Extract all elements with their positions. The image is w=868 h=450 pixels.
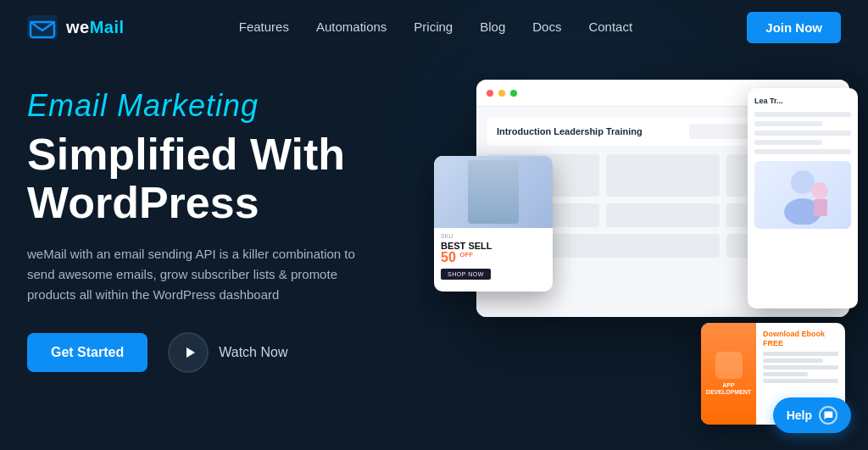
navbar: weMail Features Automations Pricing Blog…	[0, 0, 868, 54]
hero-title: Simplified With WordPress	[27, 131, 442, 227]
browser-block-2	[606, 154, 719, 197]
get-started-button[interactable]: Get Started	[27, 333, 147, 372]
right-panel-image	[754, 161, 851, 229]
hero-section: Email Marketing Simplified With WordPres…	[0, 54, 868, 450]
ebook-line-5	[763, 379, 838, 383]
hero-right: Introduction Leadership Training	[442, 71, 841, 450]
chat-bubble-icon	[823, 410, 833, 420]
ebook-line-3	[763, 365, 838, 369]
chat-icon	[819, 406, 837, 425]
svg-marker-2	[186, 347, 195, 358]
ebook-line-4	[763, 372, 808, 376]
right-panel-illustration	[773, 165, 832, 225]
right-panel-line-3	[754, 131, 851, 136]
hero-description: weMail with an email sending API is a ki…	[27, 244, 366, 305]
product-person-figure	[468, 160, 519, 224]
ebook-app-text: APP DEVELOPMENT	[706, 382, 751, 397]
nav-pricing[interactable]: Pricing	[414, 19, 453, 34]
play-button[interactable]	[168, 332, 209, 373]
browser-window-title: Introduction Leadership Training	[497, 126, 643, 136]
nav-docs[interactable]: Docs	[532, 19, 561, 34]
product-card-image	[434, 156, 553, 228]
ebook-title: Download Ebook FREE	[763, 330, 838, 348]
help-label: Help	[787, 408, 812, 422]
play-icon	[183, 346, 197, 359]
browser-dot-red	[487, 90, 493, 97]
browser-dot-green	[510, 90, 517, 97]
nav-contact[interactable]: Contact	[588, 19, 632, 34]
ebook-card-left: APP DEVELOPMENT	[701, 323, 756, 425]
product-price: 50 OFF	[441, 251, 546, 264]
ebook-app-icon	[715, 352, 743, 379]
watch-now-area[interactable]: Watch Now	[168, 332, 287, 373]
right-panel-title: Lea Tr...	[754, 97, 851, 105]
product-card-body: SKU BEST SELL 50 OFF SHOP NOW	[434, 228, 553, 285]
ebook-line-1	[763, 352, 838, 356]
shop-now-btn-mockup: SHOP NOW	[441, 269, 491, 280]
watch-now-text: Watch Now	[219, 345, 287, 360]
logo-icon	[27, 15, 58, 39]
browser-block-5	[606, 203, 719, 227]
right-panel-line-4	[754, 140, 822, 145]
browser-search-bar	[689, 124, 757, 139]
nav-features[interactable]: Features	[239, 19, 289, 34]
right-panel-line-5	[754, 149, 851, 154]
nav-links: Features Automations Pricing Blog Docs C…	[239, 19, 632, 35]
help-button[interactable]: Help	[773, 397, 851, 433]
hero-left: Email Marketing Simplified With WordPres…	[27, 71, 442, 373]
nav-automations[interactable]: Automations	[316, 19, 387, 34]
logo[interactable]: weMail	[27, 15, 125, 39]
product-sku: SKU	[441, 233, 546, 239]
join-now-button[interactable]: Join Now	[747, 12, 841, 43]
browser-dot-yellow	[498, 90, 505, 97]
right-panel-line-1	[754, 112, 851, 117]
svg-rect-6	[814, 199, 827, 216]
product-card: SKU BEST SELL 50 OFF SHOP NOW	[434, 156, 553, 292]
svg-point-3	[791, 170, 815, 194]
nav-blog[interactable]: Blog	[480, 19, 505, 34]
hero-tagline: Email Marketing	[27, 88, 442, 124]
right-panel: Lea Tr...	[748, 88, 858, 308]
svg-point-5	[811, 182, 828, 199]
ebook-desc-lines	[763, 352, 838, 383]
logo-text: weMail	[66, 18, 125, 37]
right-panel-line-2	[754, 121, 822, 126]
ebook-line-2	[763, 358, 823, 363]
hero-actions: Get Started Watch Now	[27, 332, 442, 373]
